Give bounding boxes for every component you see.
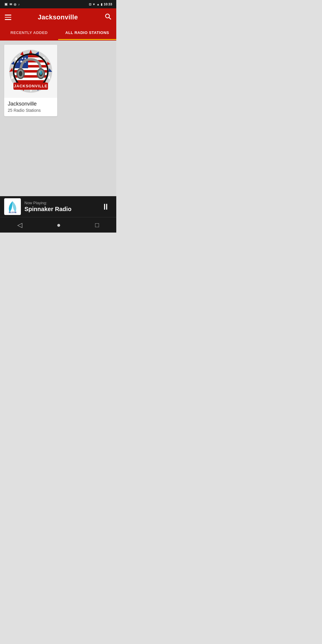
signal-icon: ▲ — [97, 3, 100, 6]
svg-rect-27 — [14, 80, 47, 83]
svg-line-1 — [109, 18, 111, 20]
nav-home-button[interactable]: ● — [51, 219, 66, 231]
wifi-icon: ▼ — [92, 3, 95, 6]
svg-point-34 — [19, 71, 22, 76]
now-playing-label: Now Playing: — [24, 201, 99, 205]
status-icon-app1: 🔲 — [4, 3, 8, 6]
status-icon-mail: ✉ — [10, 3, 12, 6]
app-header: Jacksonville — [0, 8, 116, 26]
tab-bar: RECENTLY ADDED ALL RADIO STATIONS — [0, 26, 116, 41]
status-right-icons: ⊡ ▼ ▲ ▮ 10:33 — [89, 2, 112, 6]
svg-point-39 — [39, 71, 41, 73]
page-title: Jacksonville — [38, 13, 78, 21]
pause-button[interactable]: ⏸ — [99, 201, 112, 213]
content-area: ★★★ ★★★★ JACKSONVILLE — [0, 41, 116, 196]
battery-icon: ▮ — [101, 3, 103, 6]
status-icon-music: ♪ — [18, 3, 20, 6]
tab-recently-added[interactable]: RECENTLY ADDED — [0, 26, 58, 40]
status-icon-camera: ◎ — [14, 3, 16, 6]
cast-icon: ⊡ — [89, 3, 91, 6]
nav-recents-button[interactable]: □ — [89, 219, 105, 231]
menu-button[interactable] — [5, 15, 11, 20]
nav-back-button[interactable]: ◁ — [11, 219, 28, 231]
station-name: Jacksonville — [8, 101, 54, 107]
nav-bar: ◁ ● □ — [0, 217, 116, 233]
station-card-image: ★★★ ★★★★ JACKSONVILLE — [4, 45, 57, 98]
station-card[interactable]: ★★★ ★★★★ JACKSONVILLE — [4, 45, 57, 116]
svg-text:JACKSONVILLE: JACKSONVILLE — [14, 84, 47, 88]
now-playing-title: Spinnaker Radio — [24, 206, 99, 213]
now-playing-info: Now Playing: Spinnaker Radio — [24, 201, 99, 213]
search-button[interactable] — [104, 13, 112, 22]
svg-text:95.5 FM: 95.5 FM — [9, 211, 16, 213]
station-card-info: Jacksonville 25 Radio Stations — [4, 98, 57, 116]
status-time: 10:33 — [104, 2, 112, 6]
now-playing-bar[interactable]: 95.5 FM Now Playing: Spinnaker Radio ⏸ — [0, 196, 116, 217]
status-bar: 🔲 ✉ ◎ ♪ ⊡ ▼ ▲ ▮ 10:33 — [0, 0, 116, 8]
tab-all-radio-stations[interactable]: ALL RADIO STATIONS — [58, 26, 116, 40]
status-left-icons: 🔲 ✉ ◎ ♪ — [4, 3, 20, 6]
station-count: 25 Radio Stations — [8, 108, 54, 113]
svg-point-0 — [106, 14, 109, 18]
now-playing-logo: 95.5 FM — [4, 198, 21, 215]
